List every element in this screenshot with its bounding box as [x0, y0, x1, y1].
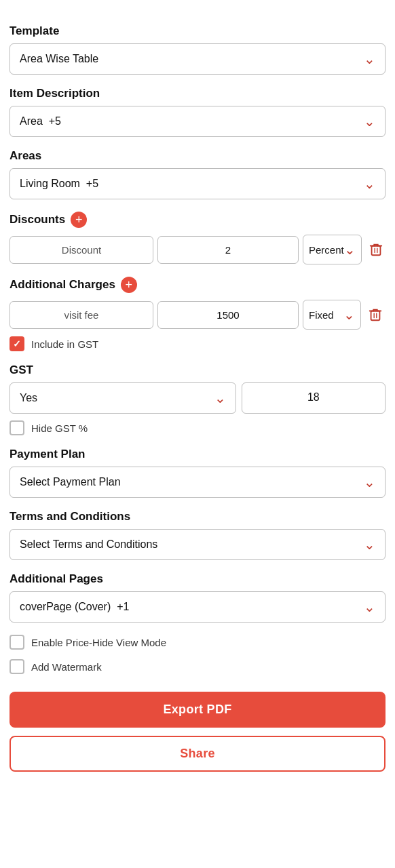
item-description-selected: Area +5: [20, 115, 364, 127]
additional-pages-chevron-icon: ⌄: [364, 600, 375, 614]
charge-type-chevron-icon: ⌄: [343, 308, 355, 321]
discount-type-chevron-icon: ⌄: [344, 243, 356, 256]
charge-name-input[interactable]: [10, 301, 153, 329]
terms-selected: Select Terms and Conditions: [20, 538, 364, 551]
payment-plan-selected: Select Payment Plan: [20, 476, 364, 488]
item-description-chevron-icon: ⌄: [364, 115, 375, 128]
terms-chevron-icon: ⌄: [364, 538, 375, 551]
areas-chevron-icon: ⌄: [364, 177, 375, 191]
payment-plan-dropdown[interactable]: Select Payment Plan ⌄: [10, 467, 385, 498]
additional-charges-label: Additional Charges: [10, 278, 115, 292]
item-description-label: Item Description: [10, 87, 385, 100]
watermark-label: Add Watermark: [31, 661, 102, 673]
item-description-dropdown[interactable]: Area +5 ⌄: [10, 106, 385, 137]
discount-type-selected: Percent: [309, 244, 344, 256]
template-chevron-icon: ⌄: [364, 52, 375, 66]
svg-rect-0: [371, 246, 380, 256]
additional-pages-dropdown[interactable]: coverPage (Cover) +1 ⌄: [10, 591, 385, 623]
discount-name-input[interactable]: [10, 236, 153, 264]
price-hide-label: Enable Price-Hide View Mode: [31, 637, 166, 648]
gst-selected: Yes: [20, 392, 37, 404]
discount-row: Percent ⌄: [10, 235, 385, 264]
gst-chevron-icon: ⌄: [214, 391, 226, 405]
areas-dropdown[interactable]: Living Room +5 ⌄: [10, 168, 385, 199]
additional-pages-label: Additional Pages: [10, 572, 385, 586]
payment-plan-chevron-icon: ⌄: [364, 475, 375, 489]
gst-dropdown[interactable]: Yes ⌄: [10, 382, 236, 414]
include-gst-row: Include in GST: [10, 336, 385, 351]
template-dropdown[interactable]: Area Wise Table ⌄: [10, 43, 385, 75]
add-discount-button[interactable]: +: [71, 212, 87, 228]
terms-dropdown[interactable]: Select Terms and Conditions ⌄: [10, 529, 385, 560]
charge-type-dropdown[interactable]: Fixed ⌄: [303, 300, 361, 330]
add-charge-button[interactable]: +: [121, 277, 137, 293]
gst-value: 18: [242, 382, 385, 414]
charge-value-input[interactable]: [157, 301, 299, 329]
hide-gst-label: Hide GST %: [31, 422, 88, 434]
payment-plan-label: Payment Plan: [10, 448, 385, 461]
charge-row: Fixed ⌄: [10, 300, 385, 330]
watermark-row: Add Watermark: [10, 659, 385, 674]
svg-rect-1: [371, 311, 380, 321]
trash-icon: [369, 241, 383, 258]
share-button[interactable]: Share: [10, 736, 385, 772]
delete-discount-button[interactable]: [366, 239, 386, 260]
hide-gst-row: Hide GST %: [10, 420, 385, 435]
terms-label: Terms and Conditions: [10, 510, 385, 524]
watermark-checkbox[interactable]: [10, 659, 24, 674]
gst-label: GST: [10, 363, 385, 377]
delete-charge-button[interactable]: [365, 304, 385, 326]
discounts-label: Discounts: [10, 213, 65, 226]
include-gst-checkbox[interactable]: [10, 336, 24, 351]
charge-type-selected: Fixed: [309, 309, 334, 321]
additional-pages-selected: coverPage (Cover) +1: [20, 601, 364, 613]
areas-label: Areas: [10, 149, 385, 163]
price-hide-checkbox[interactable]: [10, 635, 24, 650]
areas-selected: Living Room +5: [20, 178, 364, 190]
trash-icon-charge: [368, 307, 383, 323]
export-pdf-button[interactable]: Export PDF: [10, 692, 385, 728]
include-gst-label: Include in GST: [31, 338, 98, 350]
discount-type-dropdown[interactable]: Percent ⌄: [303, 235, 362, 264]
hide-gst-checkbox[interactable]: [10, 420, 24, 435]
price-hide-row: Enable Price-Hide View Mode: [10, 635, 385, 650]
template-selected: Area Wise Table: [20, 53, 364, 65]
discount-value-input[interactable]: [157, 236, 299, 264]
gst-row: Yes ⌄ 18: [10, 382, 385, 414]
template-label: Template: [10, 24, 385, 38]
